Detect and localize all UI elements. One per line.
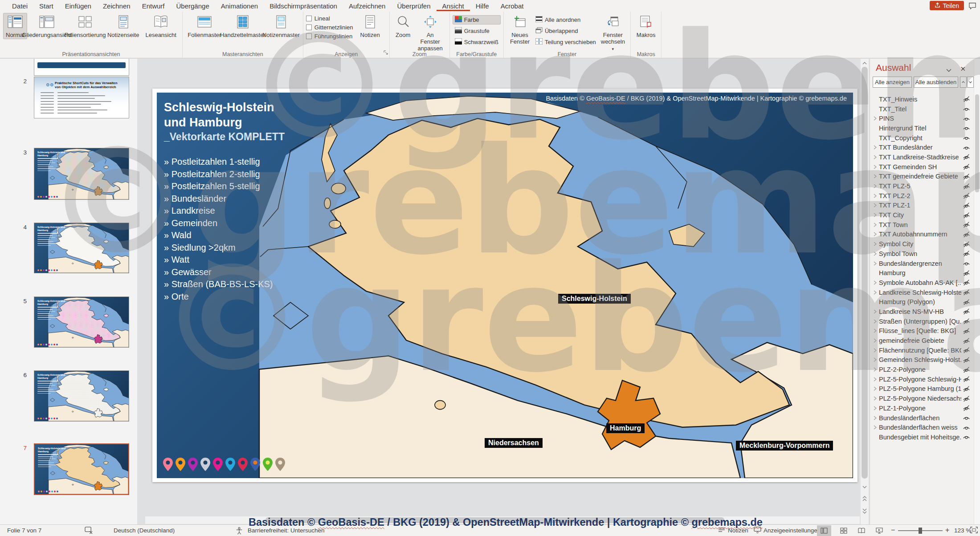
selection-item-row[interactable]: TXT gemeindefreie Gebiete	[870, 172, 974, 182]
vertical-scrollbar[interactable]	[861, 59, 869, 524]
selection-item-name[interactable]: Hintergrund Titel	[879, 125, 961, 132]
slide-sorter-button[interactable]: Foliensortierung	[66, 13, 104, 39]
black-white-button[interactable]: Schwarzweiß	[453, 37, 501, 47]
selection-item-row[interactable]: Landkreise NS-MV-HB	[870, 307, 974, 317]
expand-chevron-icon[interactable]	[874, 329, 879, 333]
selection-item-row[interactable]: Landkreise Schleswig-Holstein	[870, 288, 974, 297]
selection-item-name[interactable]: TXT PLZ-5	[879, 183, 961, 190]
expand-chevron-icon[interactable]	[874, 194, 879, 198]
expand-chevron-icon[interactable]	[874, 348, 879, 353]
slide-canvas[interactable]: Basisdaten © GeoBasis-DE / BKG (2019) & …	[152, 89, 858, 482]
eye-hidden-icon[interactable]	[961, 221, 970, 228]
selection-item-row[interactable]: TXT PLZ-2	[870, 191, 974, 201]
slide-title-block[interactable]: Schleswig-Holstein und Hamburg _Vektorka…	[164, 100, 311, 303]
menu-tab-zeichnen[interactable]: Zeichnen	[97, 0, 136, 11]
selection-item-row[interactable]: PINS	[870, 114, 974, 123]
eye-hidden-icon[interactable]	[961, 192, 970, 199]
eye-hidden-icon[interactable]	[961, 337, 970, 344]
slide-thumbnail-3[interactable]: Schleswig-Holstein und Hamburg	[34, 148, 129, 200]
expand-chevron-icon[interactable]	[874, 184, 879, 188]
language-proofing-icon[interactable]	[85, 527, 93, 536]
selection-item-name[interactable]: TXT PLZ-2	[879, 192, 961, 199]
expand-chevron-icon[interactable]	[874, 232, 879, 236]
selection-item-row[interactable]: TXT_Hinweis	[870, 94, 974, 104]
guides-checkbox[interactable]: Führungslinien	[306, 33, 353, 40]
eye-hidden-icon[interactable]	[961, 212, 970, 219]
eye-hidden-icon[interactable]	[961, 366, 970, 373]
selection-item-name[interactable]: Bundesländerflächen	[879, 414, 961, 422]
selection-item-row[interactable]: Hamburg (Polygon)	[870, 297, 974, 307]
menu-tab-überprüfen[interactable]: Überprüfen	[391, 0, 436, 11]
selection-item-row[interactable]: TXT Bundesländer	[870, 142, 974, 152]
eye-hidden-icon[interactable]	[961, 299, 970, 305]
eye-hidden-icon[interactable]	[961, 357, 970, 363]
expand-chevron-icon[interactable]	[874, 367, 879, 372]
arrange-all-button[interactable]: Alle anordnen	[533, 15, 598, 24]
selection-item-name[interactable]: TXT Town	[879, 221, 961, 228]
selection-item-name[interactable]: Bundesländergrenzen	[879, 260, 961, 267]
selection-item-name[interactable]: PINS	[879, 115, 961, 122]
share-button[interactable]: Teilen	[930, 1, 964, 10]
menu-tab-hilfe[interactable]: Hilfe	[470, 0, 495, 11]
selection-item-name[interactable]: Hamburg	[879, 269, 961, 276]
move-split-button[interactable]: Teilung verschieben	[533, 37, 598, 47]
expand-chevron-icon[interactable]	[874, 357, 879, 362]
expand-chevron-icon[interactable]	[874, 213, 879, 217]
expand-chevron-icon[interactable]	[874, 223, 879, 227]
selection-item-name[interactable]: TXT_Titel	[879, 106, 961, 113]
eye-hidden-icon[interactable]	[961, 279, 970, 286]
notes-master-button[interactable]: Notizenmaster	[262, 13, 300, 39]
cascade-button[interactable]: Überlappend	[533, 26, 598, 36]
menu-tab-animationen[interactable]: Animationen	[215, 0, 264, 11]
pane-chevron-down-icon[interactable]	[946, 66, 951, 74]
selection-item-name[interactable]: TXT_Hinweis	[879, 96, 961, 103]
expand-chevron-icon[interactable]	[874, 377, 879, 382]
expand-chevron-icon[interactable]	[874, 145, 879, 150]
eye-visible-icon[interactable]	[961, 134, 970, 141]
selection-item-name[interactable]: TXT gemeindefreie Gebiete	[879, 173, 961, 180]
selection-item-name[interactable]: Symbole Autobahn AS-AK [...	[879, 279, 961, 286]
expand-chevron-icon[interactable]	[874, 242, 879, 246]
selection-item-row[interactable]: Straßen (Untergruppen) [Qu...	[870, 317, 974, 326]
expand-chevron-icon[interactable]	[874, 203, 879, 207]
slide-thumbnail-4[interactable]: Schleswig-Holstein und Hamburg	[34, 223, 129, 273]
zoom-out-button[interactable]: −	[891, 526, 895, 534]
zoom-in-button[interactable]: +	[945, 526, 949, 534]
reading-view-button[interactable]: Leseansicht	[143, 13, 179, 39]
selection-item-row[interactable]: Hamburg	[870, 268, 974, 278]
slide-master-button[interactable]: Folienmaster	[186, 13, 223, 39]
fit-to-window-button[interactable]: An Fenster anpassen	[414, 13, 446, 53]
expand-chevron-icon[interactable]	[874, 165, 879, 169]
menu-tab-einfügen[interactable]: Einfügen	[59, 0, 97, 11]
menu-tab-ansicht[interactable]: Ansicht	[437, 0, 470, 11]
eye-hidden-icon[interactable]	[961, 395, 970, 402]
selection-item-name[interactable]: PLZ-5-Polygone Niedersachs...	[879, 395, 961, 402]
menu-tab-datei[interactable]: Datei	[6, 0, 33, 11]
zoom-level[interactable]: 123 %	[954, 527, 971, 534]
eye-visible-icon[interactable]	[961, 260, 970, 267]
menu-tab-start[interactable]: Start	[33, 0, 59, 11]
eye-hidden-icon[interactable]	[961, 250, 970, 257]
reorder-up-button[interactable]	[960, 77, 967, 88]
selection-pane-scroll-thumb[interactable]	[975, 94, 979, 192]
eye-hidden-icon[interactable]	[961, 163, 970, 170]
selection-item-name[interactable]: gemeindefreie Gebiete	[879, 337, 961, 344]
menu-tab-bildschirmpräsentation[interactable]: Bildschirmpräsentation	[264, 0, 343, 11]
selection-item-name[interactable]: Straßen (Untergruppen) [Qu...	[879, 318, 961, 325]
eye-visible-icon[interactable]	[961, 144, 970, 151]
selection-item-name[interactable]: Hamburg (Polygon)	[879, 298, 961, 305]
expand-chevron-icon[interactable]	[874, 290, 879, 295]
eye-visible-icon[interactable]	[961, 434, 970, 440]
selection-item-row[interactable]: Symbole Autobahn AS-AK [...	[870, 278, 974, 288]
slide-thumbnail-2[interactable]: ⚙⚙ Praktische ShortCuts für das Verwalte…	[34, 77, 129, 118]
eye-hidden-icon[interactable]	[961, 241, 970, 248]
accessibility-icon[interactable]	[235, 527, 243, 536]
selection-item-row[interactable]: TXT Autobahnnummern	[870, 230, 974, 240]
slide-thumbnail-6[interactable]: Schleswig-Holstein und Hamburg	[34, 370, 129, 422]
expand-chevron-icon[interactable]	[874, 416, 879, 420]
selection-item-name[interactable]: TXT PLZ-1	[879, 202, 961, 209]
selection-item-name[interactable]: TXT_Copyright	[879, 134, 961, 142]
selection-item-row[interactable]: PLZ-5-Polygone Niedersachs...	[870, 394, 974, 403]
expand-chevron-icon[interactable]	[874, 396, 879, 401]
selection-item-name[interactable]: TXT City	[879, 211, 961, 219]
